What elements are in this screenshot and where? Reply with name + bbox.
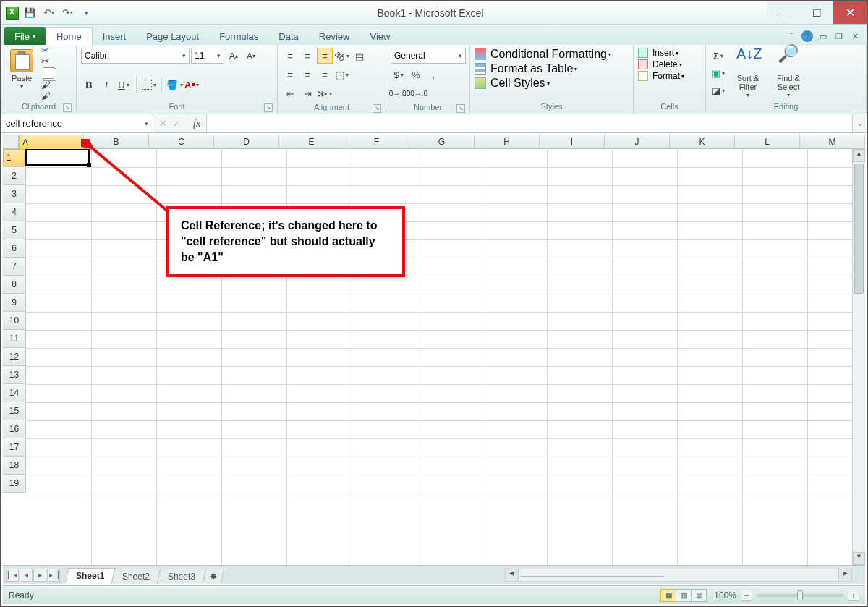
autosum-button[interactable]: Σ [710, 48, 726, 64]
sheet-tab-1[interactable]: Sheet1 [65, 568, 116, 584]
underline-button[interactable]: U [116, 77, 132, 93]
format-cells-button[interactable]: Format ▾ [638, 71, 684, 81]
row-header-5[interactable]: 5 [3, 221, 26, 239]
row-header-14[interactable]: 14 [3, 384, 26, 402]
column-header-I[interactable]: I [540, 135, 605, 149]
zoom-out-button[interactable]: − [741, 590, 752, 601]
tab-page-layout[interactable]: Page Layout [136, 27, 209, 45]
sheet-nav-last[interactable]: ▸▕ [47, 569, 60, 582]
normal-view-button[interactable]: ▦ [660, 589, 676, 602]
column-header-K[interactable]: K [670, 135, 735, 149]
row-header-12[interactable]: 12 [3, 348, 26, 366]
comma-button[interactable]: , [425, 67, 441, 82]
tab-formulas[interactable]: Formulas [209, 27, 268, 45]
zoom-knob[interactable] [797, 590, 803, 600]
increase-indent-button[interactable]: ⇥ [299, 85, 315, 101]
row-header-8[interactable]: 8 [3, 276, 26, 294]
conditional-formatting-button[interactable]: Conditional Formatting ▾ [475, 48, 611, 61]
merge-button[interactable]: ⬚ [334, 67, 350, 82]
row-header-18[interactable]: 18 [3, 457, 26, 475]
minimize-button[interactable]: — [767, 1, 800, 24]
orientation-button[interactable]: ab [334, 48, 350, 64]
zoom-level[interactable]: 100% [714, 590, 736, 600]
number-launcher[interactable]: ↘ [456, 104, 465, 113]
row-header-2[interactable]: 2 [3, 167, 26, 185]
shrink-font-button[interactable]: A▾ [243, 48, 259, 64]
row-header-10[interactable]: 10 [3, 312, 26, 330]
sheet-tab-2[interactable]: Sheet2 [111, 569, 161, 584]
grow-font-button[interactable]: A▴ [226, 48, 242, 64]
currency-button[interactable]: $ [391, 67, 407, 82]
sheet-nav-next[interactable]: ▸ [33, 569, 46, 582]
decrease-indent-button[interactable]: ⇤ [282, 85, 298, 101]
row-header-16[interactable]: 16 [3, 420, 26, 438]
redo-button[interactable]: ↷▾ [59, 5, 75, 21]
decrease-decimal-button[interactable]: .00→.0 [408, 85, 424, 101]
zoom-slider[interactable] [757, 594, 843, 597]
undo-button[interactable]: ↶▾ [41, 5, 56, 21]
format-as-table-button[interactable]: Format as Table ▾ [475, 62, 577, 75]
orientation2-button[interactable]: ≫ [317, 85, 333, 101]
row-header-15[interactable]: 15 [3, 402, 26, 420]
zoom-in-button[interactable]: + [848, 590, 859, 601]
format-painter-button[interactable]: 🖌 [41, 82, 56, 98]
column-header-J[interactable]: J [605, 135, 670, 149]
window-close-icon[interactable]: ✕ [849, 30, 861, 42]
sort-filter-button[interactable]: A↓Z Sort & Filter▾ [729, 48, 767, 100]
tab-data[interactable]: Data [268, 27, 308, 45]
percent-button[interactable]: % [408, 67, 424, 82]
vertical-scrollbar[interactable]: ▲ ▼ [852, 149, 865, 565]
align-right-button[interactable]: ≡ [317, 67, 333, 82]
fx-button[interactable]: fx [187, 114, 207, 132]
font-size-select[interactable]: 11▾ [191, 48, 224, 64]
font-color-button[interactable]: A [184, 77, 200, 93]
scroll-left-button[interactable]: ◀ [506, 569, 519, 581]
tab-view[interactable]: View [359, 27, 400, 45]
clipboard-launcher[interactable]: ↘ [63, 103, 72, 112]
column-header-L[interactable]: L [735, 135, 800, 149]
column-header-D[interactable]: D [214, 135, 279, 149]
row-header-9[interactable]: 9 [3, 294, 26, 312]
copy-button[interactable] [41, 65, 56, 81]
fill-color-button[interactable]: 🪣 [166, 77, 182, 93]
column-header-B[interactable]: B [84, 135, 149, 149]
tab-file[interactable]: File▾ [4, 27, 46, 45]
row-header-3[interactable]: 3 [3, 185, 26, 203]
column-header-C[interactable]: C [149, 135, 214, 149]
fill-handle[interactable] [87, 163, 91, 167]
align-center-button[interactable]: ≡ [299, 67, 315, 82]
clear-button[interactable]: ◪ [710, 82, 726, 98]
window-restore-icon[interactable]: ❐ [833, 30, 845, 42]
column-header-A[interactable]: A [19, 135, 84, 150]
window-min-icon[interactable]: ▭ [817, 30, 829, 42]
qat-customize-button[interactable]: ▾ [78, 5, 94, 21]
formula-input[interactable] [207, 114, 852, 132]
column-header-H[interactable]: H [475, 135, 540, 149]
row-header-17[interactable]: 17 [3, 438, 26, 457]
close-button[interactable]: ✕ [833, 1, 867, 24]
name-box-input[interactable] [1, 118, 153, 129]
hscroll-thumb[interactable] [520, 576, 665, 577]
align-middle-button[interactable]: ≡ [299, 48, 315, 64]
minimize-ribbon-button[interactable]: ˆ [786, 30, 797, 42]
vscroll-thumb[interactable] [854, 164, 864, 294]
new-sheet-button[interactable]: ✸ [203, 569, 224, 584]
delete-cells-button[interactable]: Delete ▾ [638, 59, 682, 69]
borders-button[interactable] [141, 77, 157, 93]
name-box[interactable]: ▾ [1, 114, 153, 132]
tab-insert[interactable]: Insert [93, 27, 137, 45]
font-name-select[interactable]: Calibri▾ [81, 48, 190, 64]
cell-area[interactable] [26, 149, 852, 565]
name-box-dropdown[interactable]: ▾ [145, 120, 148, 127]
page-break-view-button[interactable]: ▤ [691, 589, 707, 602]
wrap-text-button[interactable]: ▤ [352, 48, 367, 64]
bold-button[interactable]: B [81, 77, 97, 93]
number-format-select[interactable]: General▾ [391, 48, 466, 64]
insert-cells-button[interactable]: Insert ▾ [638, 48, 678, 58]
page-layout-view-button[interactable]: ▥ [676, 589, 692, 602]
scroll-down-button[interactable]: ▼ [853, 552, 865, 565]
row-header-13[interactable]: 13 [3, 366, 26, 384]
horizontal-scrollbar[interactable]: ◀ ▶ [505, 569, 852, 582]
tab-home[interactable]: Home [46, 27, 93, 45]
help-icon[interactable]: ? [801, 30, 813, 42]
